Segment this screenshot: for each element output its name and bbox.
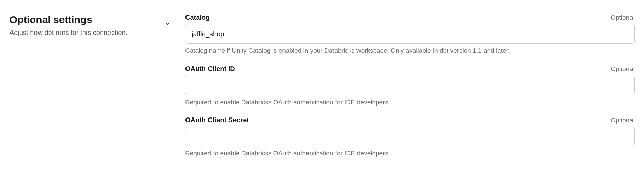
oauth-client-id-label: OAuth Client ID — [185, 65, 235, 73]
catalog-optional-badge: Optional — [611, 14, 635, 21]
oauth-client-id-field-group: OAuth Client ID Optional Required to ena… — [185, 65, 635, 107]
oauth-client-secret-input[interactable] — [185, 127, 635, 146]
section-header: Optional settings Adjust how dbt runs fo… — [9, 14, 172, 37]
oauth-client-secret-label-row: OAuth Client Secret Optional — [185, 116, 635, 124]
oauth-client-secret-label: OAuth Client Secret — [185, 116, 249, 124]
oauth-client-secret-optional-badge: Optional — [611, 116, 635, 124]
optional-settings-container: Optional settings Adjust how dbt runs fo… — [9, 14, 635, 168]
chevron-down-icon[interactable] — [164, 20, 172, 28]
section-header-column: Optional settings Adjust how dbt runs fo… — [9, 14, 172, 168]
fields-column: Catalog Optional Catalog name if Unity C… — [185, 14, 635, 168]
catalog-label: Catalog — [185, 14, 210, 21]
oauth-client-id-help-text: Required to enable Databricks OAuth auth… — [185, 98, 635, 107]
catalog-input[interactable] — [185, 24, 635, 44]
section-subtitle: Adjust how dbt runs for this connection. — [9, 28, 127, 37]
oauth-client-secret-help-text: Required to enable Databricks OAuth auth… — [185, 149, 635, 158]
section-title: Optional settings — [9, 14, 127, 26]
catalog-label-row: Catalog Optional — [185, 14, 635, 21]
oauth-client-id-optional-badge: Optional — [611, 65, 635, 73]
catalog-field-group: Catalog Optional Catalog name if Unity C… — [185, 14, 635, 56]
oauth-client-secret-field-group: OAuth Client Secret Optional Required to… — [185, 116, 635, 158]
oauth-client-id-input[interactable] — [185, 76, 635, 95]
oauth-client-id-label-row: OAuth Client ID Optional — [185, 65, 635, 73]
catalog-help-text: Catalog name if Unity Catalog is enabled… — [185, 46, 635, 56]
